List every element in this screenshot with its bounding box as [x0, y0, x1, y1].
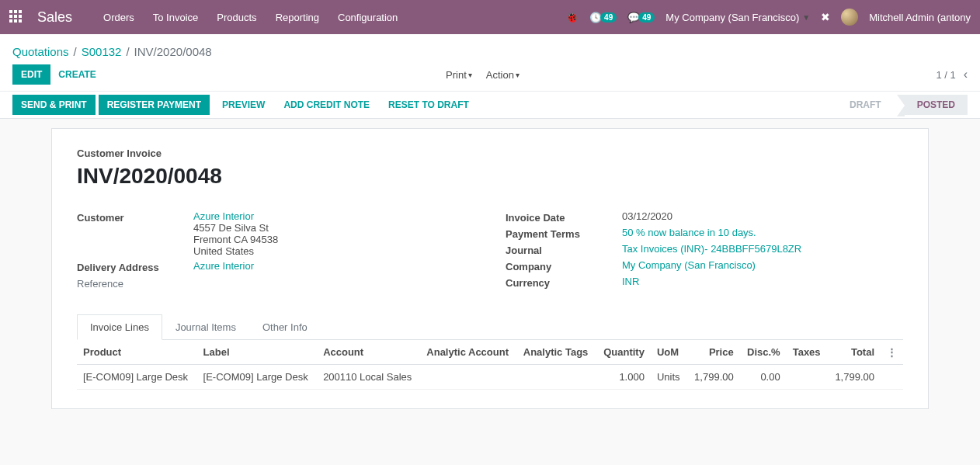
nav-reporting[interactable]: Reporting — [276, 12, 319, 23]
cell-account: 200110 Local Sales — [317, 365, 420, 390]
breadcrumb: Quotations / S00132 / INV/2020/0048 — [12, 40, 968, 58]
field-customer: Customer Azure Interior 4557 De Silva St… — [77, 210, 474, 257]
topnav-right: 🐞 🕓 49 💬 49 My Company (San Francisco) ▼… — [565, 9, 971, 26]
user-name[interactable]: Mitchell Admin (antony — [869, 12, 971, 23]
tools-icon[interactable]: ✖ — [821, 11, 830, 23]
tab-journal-items[interactable]: Journal Items — [162, 314, 249, 340]
avatar[interactable] — [841, 9, 858, 26]
activities-button[interactable]: 🕓 49 — [589, 12, 617, 23]
th-total: Total — [828, 340, 881, 365]
fields-right: Invoice Date 03/12/2020 Payment Terms 50… — [506, 210, 903, 293]
customer-value: Azure Interior 4557 De Silva St Fremont … — [193, 210, 278, 257]
cell-uom: Units — [651, 365, 687, 390]
nav-products[interactable]: Products — [217, 12, 256, 23]
invoice-lines-table: Product Label Account Analytic Account A… — [77, 340, 903, 390]
edit-button[interactable]: EDIT — [12, 64, 50, 85]
customer-name-link[interactable]: Azure Interior — [193, 210, 278, 222]
th-price: Price — [687, 340, 740, 365]
cell-product: [E-COM09] Large Desk — [77, 365, 197, 390]
add-credit-note-button[interactable]: ADD CREDIT NOTE — [274, 95, 379, 114]
status-posted[interactable]: POSTED — [905, 95, 968, 115]
th-options-icon[interactable]: ⋮ — [881, 340, 903, 365]
delivery-label: Delivery Address — [77, 260, 193, 273]
action-dropdown[interactable]: Action▾ — [486, 69, 520, 81]
field-company: Company My Company (San Francisco) — [506, 259, 903, 272]
delivery-link[interactable]: Azure Interior — [193, 260, 254, 272]
print-dropdown[interactable]: Print▾ — [446, 69, 472, 81]
table-row[interactable]: [E-COM09] Large Desk [E-COM09] Large Des… — [77, 365, 903, 390]
control-panel: Quotations / S00132 / INV/2020/0048 EDIT… — [0, 34, 980, 92]
cell-quantity: 1.000 — [596, 365, 651, 390]
preview-button[interactable]: PREVIEW — [213, 95, 274, 114]
chevron-down-icon: ▾ — [516, 71, 520, 79]
currency-label: Currency — [506, 276, 622, 289]
breadcrumb-current: INV/2020/0048 — [134, 45, 212, 58]
sheet-subtitle: Customer Invoice — [77, 147, 903, 159]
payment-terms-link[interactable]: 50 % now balance in 10 days. — [622, 227, 756, 238]
apps-icon[interactable] — [9, 10, 23, 24]
breadcrumb-order[interactable]: S00132 — [82, 45, 122, 58]
journal-label: Journal — [506, 243, 622, 256]
invoice-date-value: 03/12/2020 — [622, 210, 672, 222]
chevron-down-icon: ▼ — [802, 13, 810, 22]
th-disc: Disc.% — [740, 340, 787, 365]
register-payment-button[interactable]: REGISTER PAYMENT — [99, 95, 210, 115]
address-line-2: Fremont CA 94538 — [193, 234, 278, 245]
currency-link[interactable]: INR — [622, 276, 639, 287]
center-dropdowns: Print▾ Action▾ — [446, 69, 520, 81]
nav-orders[interactable]: Orders — [103, 12, 134, 23]
tabs: Invoice Lines Journal Items Other Info — [77, 314, 903, 340]
messages-badge: 49 — [638, 12, 655, 23]
brand[interactable]: Sales — [37, 9, 72, 26]
top-nav: Sales Orders To Invoice Products Reporti… — [0, 0, 980, 34]
breadcrumb-sep: / — [74, 45, 77, 58]
fields-left: Customer Azure Interior 4557 De Silva St… — [77, 210, 474, 293]
field-delivery: Delivery Address Azure Interior — [77, 260, 474, 273]
company-link[interactable]: My Company (San Francisco) — [622, 259, 756, 271]
th-analytic-tags: Analytic Tags — [517, 340, 596, 365]
form-sheet: Customer Invoice INV/2020/0048 Customer … — [51, 128, 929, 409]
th-account: Account — [317, 340, 420, 365]
tab-other-info[interactable]: Other Info — [249, 314, 321, 340]
cell-analytic-account — [420, 365, 516, 390]
controls-row: EDIT CREATE Print▾ Action▾ 1 / 1 ‹ — [12, 64, 968, 91]
sheet-wrap: Customer Invoice INV/2020/0048 Customer … — [0, 128, 980, 428]
journal-link[interactable]: Tax Invoices (INR)- 24BBBFF5679L8ZR — [622, 243, 801, 255]
breadcrumb-root[interactable]: Quotations — [12, 45, 69, 58]
company-switcher[interactable]: My Company (San Francisco) ▼ — [665, 12, 810, 23]
field-reference: Reference — [77, 276, 474, 290]
pager: 1 / 1 ‹ — [936, 68, 968, 82]
company-label: My Company (San Francisco) — [665, 12, 799, 23]
breadcrumb-sep: / — [126, 45, 129, 58]
th-label: Label — [197, 340, 318, 365]
company-label: Company — [506, 259, 622, 272]
cell-total: 1,799.00 — [828, 365, 881, 390]
invoice-title: INV/2020/0048 — [77, 164, 903, 189]
pager-prev-icon[interactable]: ‹ — [964, 68, 968, 82]
status-draft[interactable]: DRAFT — [837, 95, 894, 115]
send-print-button[interactable]: SEND & PRINT — [12, 95, 96, 115]
payment-terms-label: Payment Terms — [506, 227, 622, 240]
nav-configuration[interactable]: Configuration — [338, 12, 398, 23]
th-taxes: Taxes — [787, 340, 828, 365]
bug-icon[interactable]: 🐞 — [565, 11, 579, 23]
create-button[interactable]: CREATE — [50, 65, 103, 84]
status-steps: DRAFT POSTED — [837, 95, 968, 115]
tab-invoice-lines[interactable]: Invoice Lines — [77, 314, 162, 340]
fields-row: Customer Azure Interior 4557 De Silva St… — [77, 210, 903, 293]
address-line-3: United States — [193, 245, 278, 257]
field-currency: Currency INR — [506, 276, 903, 289]
cell-disc: 0.00 — [740, 365, 787, 390]
messages-button[interactable]: 💬 49 — [627, 12, 655, 23]
reference-label: Reference — [77, 276, 193, 290]
chevron-down-icon: ▾ — [468, 71, 472, 79]
pager-text: 1 / 1 — [936, 69, 955, 81]
nav-to-invoice[interactable]: To Invoice — [153, 12, 199, 23]
reset-to-draft-button[interactable]: RESET TO DRAFT — [379, 95, 478, 114]
cell-empty — [881, 365, 903, 390]
th-analytic-account: Analytic Account — [420, 340, 516, 365]
cell-analytic-tags — [517, 365, 596, 390]
statusbar: SEND & PRINT REGISTER PAYMENT PREVIEW AD… — [0, 92, 980, 119]
cell-price: 1,799.00 — [687, 365, 740, 390]
nav-links: Orders To Invoice Products Reporting Con… — [103, 12, 398, 23]
